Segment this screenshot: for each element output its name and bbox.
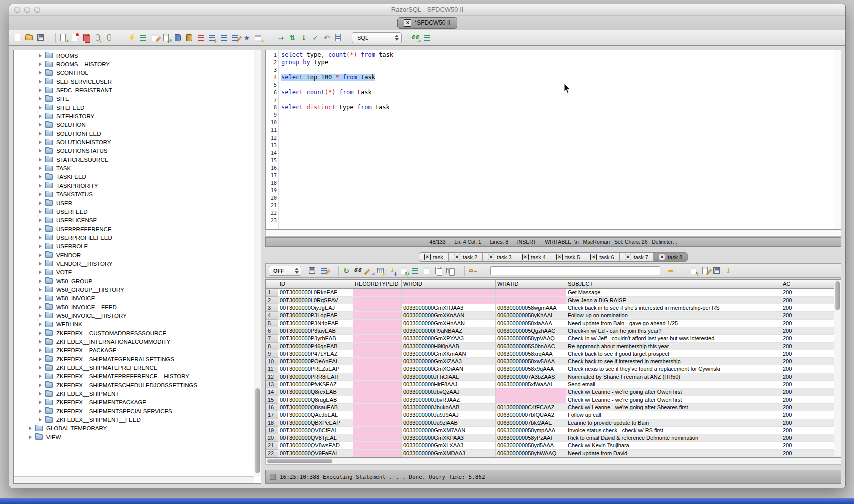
copy-table-icon[interactable] <box>82 34 91 42</box>
cell-whoid[interactable]: 0033000000GmXHJAA3 <box>402 304 496 312</box>
view-glasses-icon[interactable]: 66 <box>354 266 362 276</box>
cell-ac[interactable]: 200 <box>782 427 834 434</box>
table-row[interactable]: 1800T3000000QBXPeEAP0033000000Ju9zlAAB00… <box>266 420 834 427</box>
disclosure-triangle-icon[interactable] <box>39 114 42 118</box>
cell-id[interactable]: 00T3000000QBXPeEAP <box>278 420 354 427</box>
cell-id[interactable]: 00T3000000PREZaEAP <box>278 366 354 373</box>
cell-num[interactable]: 18 <box>266 420 278 427</box>
tree-item-sfdc-registrant[interactable]: SFDC_REGISTRANT <box>15 86 254 94</box>
table-copy-icon[interactable] <box>446 266 454 276</box>
sort-filter-icon[interactable] <box>320 266 328 276</box>
sort-list-icon[interactable]: ↓ <box>208 34 217 42</box>
cell-subject[interactable]: Check nexis to see if they've found a re… <box>566 366 782 373</box>
next-result-icon[interactable]: ⇨ <box>667 266 676 276</box>
cell-recordtypeid[interactable] <box>354 381 402 388</box>
tree-item-vote[interactable]: VOTE <box>15 268 254 277</box>
docs-book-blue-icon[interactable] <box>174 34 182 42</box>
cell-num[interactable]: 19 <box>266 427 278 434</box>
cell-whatid[interactable]: 00630000007blc2AAE <box>496 420 566 427</box>
disclosure-triangle-icon[interactable] <box>39 210 42 214</box>
code-line[interactable]: select top 100 * from task <box>282 74 841 82</box>
cell-ac[interactable]: 200 <box>782 450 834 458</box>
cell-id[interactable]: 00T3000000Q8sauEAB <box>278 404 354 412</box>
tree-item-zkfedex-shipmatescheduledjobssettings[interactable]: ZKFEDEX__SHIPMATESCHEDULEDJOBSSETTINGS <box>15 381 254 390</box>
cell-ac[interactable]: 200 <box>782 396 834 404</box>
cell-recordtypeid[interactable] <box>354 396 402 404</box>
code-line[interactable] <box>282 180 841 187</box>
cell-whatid[interactable]: 0013000000C4fFCAAZ <box>496 404 566 412</box>
code-line[interactable]: select type, count(*) from task <box>282 52 841 59</box>
tree-item-w50-group[interactable]: W50_GROUP <box>15 277 254 286</box>
cell-id[interactable]: 00T3000000POeAnEAL <box>278 358 354 366</box>
disclosure-triangle-icon[interactable] <box>39 140 42 144</box>
disclosure-triangle-icon[interactable] <box>39 132 42 136</box>
cell-recordtypeid[interactable] <box>354 304 402 312</box>
cell-num[interactable]: 6 <box>266 328 278 335</box>
cell-ac[interactable]: 200 <box>782 381 834 388</box>
cell-recordtypeid[interactable] <box>354 297 402 304</box>
code-line[interactable] <box>282 142 841 150</box>
code-line[interactable] <box>282 66 841 74</box>
column-header-rownum[interactable] <box>266 280 278 288</box>
cell-id[interactable]: 00T3000000L0RqSEAV <box>278 297 354 304</box>
cell-ac[interactable]: 200 <box>782 420 834 427</box>
tree-item-zkfedex-package[interactable]: ZKFEDEX__PACKAGE <box>15 346 254 355</box>
table-row[interactable]: 400T3000000P3LopEAF0033000000GmXKnAAN006… <box>266 312 834 320</box>
tree-item-rooms-history[interactable]: ROOMS__HISTORY <box>15 60 254 68</box>
key-icon[interactable] <box>468 266 477 276</box>
close-document-icon[interactable]: ✕ <box>404 20 412 27</box>
form-view-icon[interactable] <box>422 266 432 276</box>
tree-item-zkfedex-shipmatepreference-history[interactable]: ZKFEDEX__SHIPMATEPREFERENCE__HISTORY <box>15 372 254 381</box>
tree-item-solutionhistory[interactable]: SOLUTIONHISTORY <box>15 138 254 146</box>
tree-item-userpreference[interactable]: USERPREFERENCE <box>15 225 254 234</box>
cell-whatid[interactable] <box>496 396 566 404</box>
cell-subject[interactable]: Get Massage <box>566 289 782 296</box>
cell-whatid[interactable] <box>496 289 566 296</box>
cell-whatid[interactable]: 00630000007A3bZAAS <box>496 374 566 381</box>
tree-item-userfeed[interactable]: USERFEED <box>15 208 254 216</box>
tree-item-selfserviceuser[interactable]: SELFSERVICEUSER <box>15 78 254 86</box>
cell-ac[interactable]: 200 <box>782 434 834 442</box>
cell-num[interactable]: 8 <box>266 343 278 350</box>
task-list-icon[interactable] <box>422 34 432 42</box>
code-line[interactable]: select distinct type from task <box>282 104 841 112</box>
checklist-icon[interactable] <box>139 34 148 42</box>
code-line[interactable] <box>282 164 841 172</box>
result-tab-task-3[interactable]: ✕task 3 <box>483 253 517 262</box>
disclosure-triangle-icon[interactable] <box>39 254 42 258</box>
cell-num[interactable]: 22 <box>266 450 278 458</box>
cell-id[interactable]: 00T3000000P46qnEAB <box>278 343 354 350</box>
cell-ac[interactable]: 200 <box>782 320 834 328</box>
column-header-SUBJECT[interactable]: SUBJECT <box>566 280 782 288</box>
cell-whoid[interactable]: 0033000000H9aNBAAZ <box>402 328 496 335</box>
cell-recordtypeid[interactable] <box>354 404 402 412</box>
tree-item-sitefeed[interactable]: SITEFEED <box>15 104 254 112</box>
column-header-WHOID[interactable]: WHOID <box>402 280 496 288</box>
table-row[interactable]: 1400T3000000Q8rexEAB0033000000JbvQzAAJCh… <box>266 388 834 396</box>
cell-subject[interactable]: Check-in w/ Jeff - couldn't afford last … <box>566 335 782 342</box>
table-row[interactable]: 2100T3000000QV8wsEAD0033000000GmXLXAA300… <box>266 442 834 450</box>
code-line[interactable] <box>282 172 841 180</box>
disclosure-triangle-icon[interactable] <box>39 322 42 326</box>
disclosure-triangle-icon[interactable] <box>39 175 42 179</box>
docs-book-gold-icon[interactable] <box>185 34 194 42</box>
tree-horizontal-scrollbar[interactable] <box>14 476 254 484</box>
limit-select[interactable]: OFF <box>269 266 302 276</box>
cell-subject[interactable]: Nominated by Shane Freeman at ANZ (HR50) <box>566 374 782 381</box>
cell-ac[interactable]: 200 <box>782 374 834 381</box>
tree-item-w50-invoice[interactable]: W50_INVOICE <box>15 294 254 303</box>
code-line[interactable] <box>282 126 841 134</box>
tree-item-taskpriority[interactable]: TASKPRIORITY <box>15 182 254 190</box>
tree-item-zkfedex-shipmentpackage[interactable]: ZKFEDEX__SHIPMENTPACKAGE <box>15 398 254 407</box>
cell-whoid[interactable]: 0033000000GmXIZAA3 <box>402 358 496 366</box>
disclosure-triangle-icon[interactable] <box>39 123 42 127</box>
code-line[interactable] <box>282 210 841 217</box>
cell-whatid[interactable]: 00630000005S0bnAAC <box>496 343 566 350</box>
zoom-window-icon[interactable] <box>34 7 40 13</box>
cell-whoid[interactable]: 0033000000GmXLXAA3 <box>402 442 496 450</box>
disclosure-triangle-icon[interactable] <box>39 62 42 66</box>
cell-num[interactable]: 4 <box>266 312 278 320</box>
tree-item-taskstatus[interactable]: TASKSTATUS <box>15 190 254 199</box>
cell-whoid[interactable]: 0033000000GmXHnAAN <box>402 320 496 328</box>
cell-whatid[interactable]: 006300000058xrqAAA <box>496 350 566 358</box>
